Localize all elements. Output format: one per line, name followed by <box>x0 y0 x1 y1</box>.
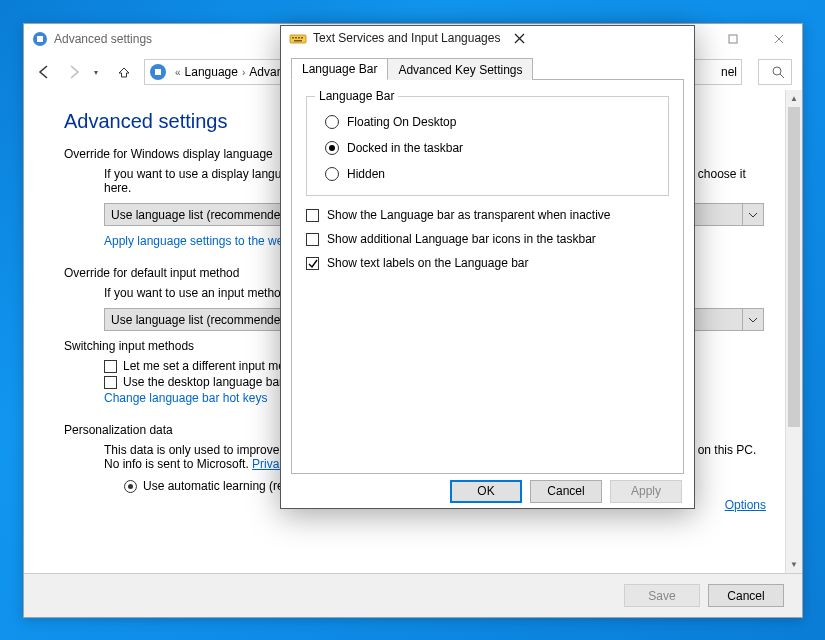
search-input[interactable] <box>758 59 792 85</box>
dialog-close-button[interactable] <box>500 26 538 50</box>
radio-automatic-learning[interactable] <box>124 480 137 493</box>
combo-value: Use language list (recommended) <box>111 208 291 222</box>
checkbox-show-text-labels[interactable] <box>306 257 319 270</box>
checkbox-per-app-input[interactable] <box>104 360 117 373</box>
radio-floating[interactable] <box>325 115 339 129</box>
text-services-dialog: Text Services and Input Languages Langua… <box>280 25 695 509</box>
close-button[interactable] <box>756 24 802 54</box>
svg-rect-7 <box>155 69 161 75</box>
back-button[interactable] <box>34 62 54 82</box>
keyboard-icon <box>289 29 307 47</box>
save-button[interactable]: Save <box>624 584 700 607</box>
options-link[interactable]: Options <box>725 498 766 512</box>
chevron-right-icon: › <box>238 67 249 78</box>
footer-bar: Save Cancel <box>24 573 802 617</box>
history-dropdown-icon[interactable]: ▾ <box>94 68 104 77</box>
dialog-cancel-button[interactable]: Cancel <box>530 480 602 503</box>
checkbox-additional-icons[interactable] <box>306 233 319 246</box>
svg-rect-12 <box>295 37 297 39</box>
radio-label: Floating On Desktop <box>347 115 456 129</box>
tab-panel-language-bar: Language Bar Floating On Desktop Docked … <box>291 80 684 474</box>
control-panel-icon <box>32 31 48 47</box>
chevron-down-icon <box>742 309 762 330</box>
checkbox-transparent-inactive[interactable] <box>306 209 319 222</box>
up-button[interactable] <box>114 62 134 82</box>
checkbox-label: Show additional Language bar icons in th… <box>327 232 596 246</box>
scroll-thumb[interactable] <box>788 107 800 427</box>
window-title: Advanced settings <box>54 32 152 46</box>
change-hotkeys-link[interactable]: Change language bar hot keys <box>104 391 267 405</box>
control-panel-breadcrumb-icon <box>149 63 167 81</box>
radio-label: Docked in the taskbar <box>347 141 463 155</box>
svg-line-9 <box>780 74 784 78</box>
svg-rect-10 <box>290 35 306 43</box>
svg-point-8 <box>773 67 781 75</box>
dialog-titlebar: Text Services and Input Languages <box>281 26 694 50</box>
tab-language-bar[interactable]: Language Bar <box>291 58 388 80</box>
search-icon <box>772 66 785 79</box>
vertical-scrollbar[interactable]: ▲ ▼ <box>785 90 802 573</box>
group-language-bar: Language Bar Floating On Desktop Docked … <box>306 96 669 196</box>
dialog-footer: OK Cancel Apply <box>281 474 694 508</box>
forward-button[interactable] <box>64 62 84 82</box>
breadcrumb-tail: nel <box>721 65 737 79</box>
svg-rect-14 <box>301 37 303 39</box>
checkbox-label: Show the Language bar as transparent whe… <box>327 208 611 222</box>
radio-label: Hidden <box>347 167 385 181</box>
apply-button[interactable]: Apply <box>610 480 682 503</box>
svg-rect-15 <box>294 40 302 42</box>
breadcrumb-sep-icon: « <box>171 67 185 78</box>
dialog-body: Language Bar Advanced Key Settings Langu… <box>281 50 694 474</box>
svg-rect-13 <box>298 37 300 39</box>
checkbox-desktop-lang-bar[interactable] <box>104 376 117 389</box>
svg-rect-3 <box>729 35 737 43</box>
radio-hidden[interactable] <box>325 167 339 181</box>
ok-button[interactable]: OK <box>450 480 522 503</box>
cancel-button[interactable]: Cancel <box>708 584 784 607</box>
combo-value: Use language list (recommended) <box>111 313 291 327</box>
group-legend: Language Bar <box>315 89 398 103</box>
scroll-down-button[interactable]: ▼ <box>786 556 802 573</box>
checkbox-label: Show text labels on the Language bar <box>327 256 528 270</box>
tab-strip: Language Bar Advanced Key Settings <box>291 58 684 80</box>
chevron-down-icon <box>742 204 762 225</box>
maximize-button[interactable] <box>710 24 756 54</box>
breadcrumb-seg[interactable]: Language <box>185 65 238 79</box>
radio-docked[interactable] <box>325 141 339 155</box>
dialog-title: Text Services and Input Languages <box>313 31 500 45</box>
svg-rect-11 <box>292 37 294 39</box>
tab-advanced-key-settings[interactable]: Advanced Key Settings <box>387 58 533 80</box>
scroll-up-button[interactable]: ▲ <box>786 90 802 107</box>
svg-rect-1 <box>37 36 43 42</box>
